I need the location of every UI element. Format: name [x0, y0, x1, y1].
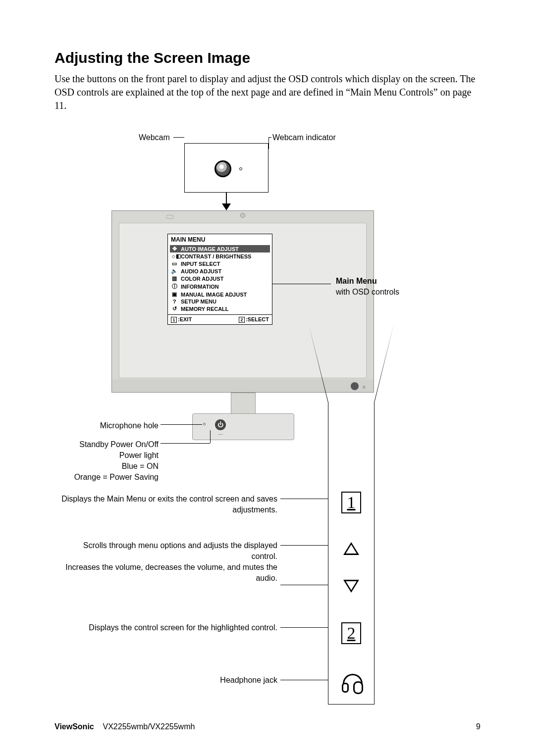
control-column: 1 2 [328, 403, 374, 705]
osd-item-memory: ↺MEMORY RECALL [171, 305, 269, 312]
diagram: Webcam Webcam indicator MAIN MENU [54, 127, 481, 697]
leader-line [280, 680, 328, 680]
info-icon: ⓘ [171, 283, 178, 290]
button-1-desc: Displays the Main Menu or exits the cont… [59, 494, 277, 515]
scroll-desc: Scrolls through menu options and adjusts… [59, 540, 277, 561]
osd-item-info: ⓘINFORMATION [171, 282, 269, 291]
page-number: 9 [476, 722, 481, 731]
triangle-up-icon [343, 542, 359, 555]
leader-line [160, 443, 210, 444]
question-icon: ? [171, 299, 178, 304]
footer-brand: ViewSonic [54, 722, 94, 731]
leader-line [280, 627, 328, 628]
osd-item-label: CONTRAST / BRIGHTNESS [181, 253, 251, 259]
osd-select-num: 2 [239, 317, 245, 323]
osd-item-label: INPUT SELECT [181, 261, 220, 267]
osd-item-label: AUTO IMAGE ADJUST [181, 246, 239, 252]
osd-item-label: SETUP MENU [181, 299, 216, 304]
brightness-icon: ☼◧ [171, 253, 178, 259]
leader-line [210, 430, 211, 443]
crosshair-icon: ✥ [171, 246, 178, 252]
webcam-indicator-dot-icon [239, 167, 242, 170]
osd-item-color: ▥COLOR ADJUST [171, 275, 269, 282]
button-2-icon: 2 [341, 622, 361, 644]
logo-slot-icon [166, 215, 173, 219]
arrow-down-icon [222, 193, 231, 211]
headphone-icon [342, 674, 361, 690]
osd-exit-num: 1 [171, 317, 177, 323]
standby-label: Standby Power On/Off [54, 439, 159, 450]
osd-select-label: :SELECT [246, 316, 269, 322]
leader-line [268, 137, 271, 138]
microphone-hole-icon [203, 423, 206, 425]
button-2-desc: Displays the control screen for the high… [59, 622, 277, 633]
osd-item-label: COLOR ADJUST [181, 276, 223, 282]
adjust-icon: ▣ [171, 291, 178, 298]
power-button-small-icon [351, 382, 359, 390]
osd-title: MAIN MENU [168, 234, 272, 245]
camera-slot-icon [240, 213, 245, 218]
leader-line [328, 545, 328, 585]
speaker-icon: 🔈 [171, 268, 178, 274]
leader-line [173, 137, 184, 138]
osd-item-label: INFORMATION [181, 284, 219, 290]
microphone-hole-label: Microphone hole [54, 420, 159, 431]
power-led-icon [363, 386, 366, 389]
webcam-indicator-label: Webcam indicator [272, 132, 336, 143]
main-menu-label: Main Menu [336, 276, 377, 287]
page-footer: ViewSonic VX2255wmb/VX2255wmh 9 [54, 722, 481, 731]
intro-paragraph: Use the buttons on the front parel to di… [54, 72, 481, 112]
leader-line [280, 585, 328, 585]
button-1-icon: 1 [341, 492, 361, 513]
recall-icon: ↺ [171, 305, 178, 312]
osd-item-label: MANUAL IMAGE ADJUST [181, 292, 247, 298]
osd-item-auto-image: ✥AUTO IMAGE ADJUST [170, 245, 270, 252]
osd-exit-label: :EXIT [178, 316, 192, 322]
page-heading: Adjusting the Screen Image [54, 50, 481, 66]
osd-item-setup: ?SETUP MENU [171, 298, 269, 305]
volume-desc: Increases the volume, decreases the volu… [59, 562, 277, 583]
monitor-bezel-bottom [112, 379, 374, 392]
monitor-base [192, 413, 294, 440]
leader-line [268, 137, 269, 149]
webcam-label: Webcam [139, 132, 170, 143]
osd-select: 2:SELECT [239, 316, 269, 323]
blue-on-label: Blue = ON [54, 461, 159, 472]
leader-line [280, 545, 328, 546]
input-icon: ▭ [171, 260, 178, 267]
osd-item-label: AUDIO ADJUST [181, 268, 221, 274]
footer-model: VX2255wmb/VX2255wmh [103, 722, 195, 731]
power-light-label: Power light [54, 450, 159, 461]
webcam-callout [184, 143, 268, 193]
leader-line [280, 499, 328, 499]
base-accent [218, 434, 223, 435]
osd-item-label: MEMORY RECALL [181, 306, 229, 312]
headphone-label: Headphone jack [59, 675, 277, 686]
main-menu-sublabel: with OSD controls [336, 287, 399, 298]
color-icon: ▥ [171, 275, 178, 282]
osd-item-manual: ▣MANUAL IMAGE ADJUST [171, 291, 269, 298]
osd-item-audio: 🔈AUDIO ADJUST [171, 267, 269, 275]
monitor-neck [231, 393, 256, 414]
power-button-icon: ⏻ [215, 419, 226, 430]
osd-item-contrast: ☼◧CONTRAST / BRIGHTNESS [171, 252, 269, 260]
triangle-down-icon [343, 580, 359, 593]
osd-menu: MAIN MENU ✥AUTO IMAGE ADJUST ☼◧CONTRAST … [167, 234, 272, 325]
leader-line [160, 424, 202, 425]
leader-line [272, 284, 331, 284]
webcam-lens-icon [214, 160, 231, 177]
orange-saving-label: Orange = Power Saving [54, 472, 159, 483]
osd-item-input: ▭INPUT SELECT [171, 260, 269, 267]
osd-exit: 1:EXIT [171, 316, 192, 323]
